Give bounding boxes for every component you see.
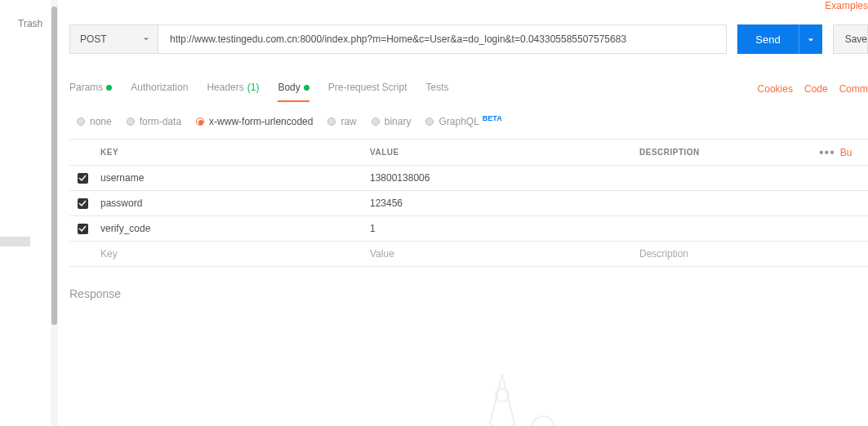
tab-label: Headers (207, 82, 243, 93)
radio-label: GraphQL (438, 116, 479, 127)
tab-label: Params (69, 82, 103, 93)
cell-key[interactable]: password (96, 197, 365, 209)
checkbox-checked-icon[interactable] (78, 173, 88, 184)
body-type-radios: none form-data x-www-form-urlencoded raw… (69, 116, 868, 127)
radio-icon (77, 118, 85, 126)
th-description: DESCRIPTION (634, 148, 819, 157)
tab-tests[interactable]: Tests (425, 77, 461, 101)
main-panel: Examples POST http://www.testingedu.com.… (69, 0, 868, 426)
th-key: KEY (96, 148, 365, 157)
radio-x-www-form-urlencoded[interactable]: x-www-form-urlencoded (196, 116, 313, 127)
radio-icon (327, 118, 336, 126)
save-button[interactable]: Save (833, 24, 868, 54)
bulk-edit-link[interactable]: Bu (840, 147, 852, 158)
radio-raw[interactable]: raw (327, 116, 356, 127)
request-row: POST http://www.testingedu.com.cn:8000/i… (69, 24, 868, 54)
placeholder-description[interactable]: Description (634, 248, 819, 260)
tab-body[interactable]: Body (278, 77, 321, 101)
comments-link[interactable]: Comm (839, 83, 868, 95)
code-link[interactable]: Code (804, 83, 828, 95)
radio-none[interactable]: none (77, 116, 112, 127)
scrollbar-track (51, 0, 58, 426)
svg-point-2 (532, 416, 554, 426)
method-label: POST (80, 33, 107, 45)
tab-params[interactable]: Params (69, 77, 124, 101)
response-section-label: Response (69, 287, 868, 300)
radio-label: binary (385, 116, 412, 127)
headers-count: (1) (247, 82, 260, 93)
checkbox-checked-icon[interactable] (78, 224, 88, 234)
body-params-table: KEY VALUE DESCRIPTION ••• Bu username 13… (69, 139, 868, 267)
table-row[interactable]: verify_code 1 (69, 216, 868, 242)
sidebar: Trash (0, 0, 51, 426)
send-group: Send (737, 24, 821, 54)
sidebar-highlight (0, 237, 30, 246)
cell-value[interactable]: 13800138006 (365, 172, 634, 184)
radio-icon (425, 118, 434, 126)
radio-form-data[interactable]: form-data (127, 116, 181, 127)
send-dropdown-button[interactable] (799, 24, 822, 54)
cell-key[interactable]: verify_code (96, 223, 365, 234)
radio-label: raw (341, 116, 356, 127)
url-input[interactable]: http://www.testingedu.com.cn:8000/index.… (158, 24, 727, 54)
beta-badge: BETA (483, 114, 502, 122)
th-value: VALUE (365, 148, 634, 157)
placeholder-value[interactable]: Value (365, 248, 634, 260)
radio-graphql[interactable]: GraphQL BETA (425, 116, 501, 127)
radio-label: form-data (140, 116, 181, 127)
tabs-right-links: Cookies Code Comm (758, 83, 868, 95)
table-header-row: KEY VALUE DESCRIPTION ••• Bu (69, 140, 868, 166)
radio-label: none (90, 116, 112, 127)
cookies-link[interactable]: Cookies (758, 83, 793, 95)
radio-icon (196, 118, 204, 126)
cell-value[interactable]: 123456 (365, 197, 634, 209)
trash-item[interactable]: Trash (18, 18, 42, 29)
examples-link[interactable]: Examples (825, 0, 868, 11)
table-row-placeholder[interactable]: Key Value Description (69, 242, 868, 267)
tab-label: Tests (425, 82, 448, 93)
status-dot-icon (304, 85, 309, 91)
send-button[interactable]: Send (737, 24, 799, 54)
method-dropdown[interactable]: POST (69, 24, 158, 54)
cell-value[interactable]: 1 (365, 223, 634, 234)
tab-label: Authorization (131, 82, 188, 93)
checkbox-checked-icon[interactable] (78, 198, 88, 209)
radio-icon (127, 118, 135, 126)
chevron-down-icon (143, 33, 149, 45)
request-tabs: Params Authorization Headers (1) Body Pr… (69, 77, 868, 101)
placeholder-key[interactable]: Key (96, 248, 365, 260)
tab-headers[interactable]: Headers (1) (207, 77, 271, 101)
radio-icon (372, 118, 380, 126)
rocket-illustration-icon (445, 358, 608, 426)
tab-label: Body (278, 82, 300, 93)
scrollbar-thumb[interactable] (51, 7, 57, 325)
tab-authorization[interactable]: Authorization (131, 77, 200, 101)
cell-key[interactable]: username (96, 172, 365, 184)
status-dot-icon (106, 85, 112, 91)
tab-pre-request-script[interactable]: Pre-request Script (328, 77, 420, 101)
table-row[interactable]: username 13800138006 (69, 166, 868, 191)
radio-label: x-www-form-urlencoded (209, 116, 313, 127)
radio-binary[interactable]: binary (372, 116, 412, 127)
chevron-down-icon (808, 33, 814, 46)
tab-label: Pre-request Script (328, 82, 407, 93)
table-row[interactable]: password 123456 (69, 191, 868, 216)
